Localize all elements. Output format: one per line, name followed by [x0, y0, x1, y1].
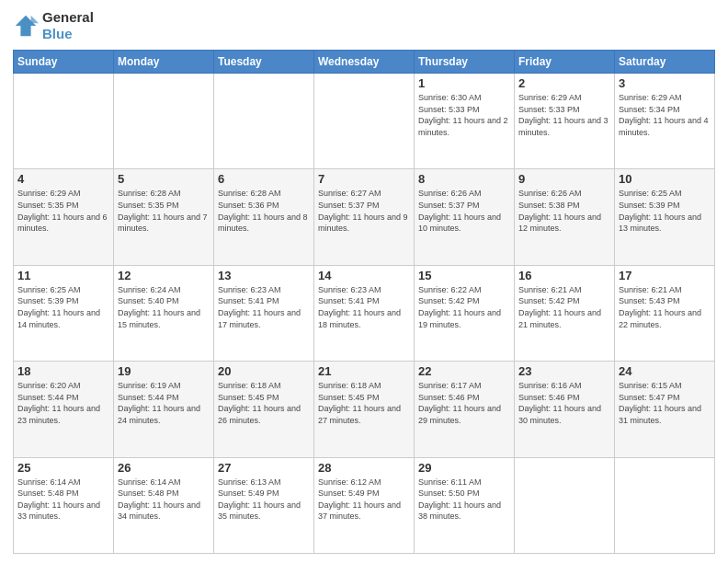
calendar-cell: 18Sunrise: 6:20 AM Sunset: 5:44 PM Dayli…: [14, 362, 114, 457]
day-info: Sunrise: 6:29 AM Sunset: 5:33 PM Dayligh…: [518, 92, 610, 138]
calendar-cell: 14Sunrise: 6:23 AM Sunset: 5:41 PM Dayli…: [314, 265, 415, 361]
day-number: 13: [218, 269, 310, 282]
day-number: 17: [619, 269, 711, 282]
day-number: 6: [218, 172, 310, 186]
calendar-cell: 13Sunrise: 6:23 AM Sunset: 5:41 PM Dayli…: [214, 265, 314, 361]
day-number: 21: [318, 364, 410, 378]
calendar-cell: 3Sunrise: 6:29 AM Sunset: 5:34 PM Daylig…: [615, 74, 715, 169]
day-number: 14: [318, 269, 410, 282]
calendar-cell: 7Sunrise: 6:27 AM Sunset: 5:37 PM Daylig…: [314, 169, 415, 265]
calendar-table: SundayMondayTuesdayWednesdayThursdayFrid…: [13, 50, 715, 554]
day-info: Sunrise: 6:18 AM Sunset: 5:45 PM Dayligh…: [318, 380, 410, 426]
calendar-cell: [314, 74, 415, 169]
calendar-cell: [114, 74, 214, 169]
calendar-header-tuesday: Tuesday: [214, 51, 314, 74]
day-number: 20: [218, 364, 310, 378]
calendar-week-row: 25Sunrise: 6:14 AM Sunset: 5:48 PM Dayli…: [14, 457, 715, 553]
day-number: 16: [518, 269, 610, 282]
day-info: Sunrise: 6:20 AM Sunset: 5:44 PM Dayligh…: [17, 380, 109, 426]
day-info: Sunrise: 6:26 AM Sunset: 5:37 PM Dayligh…: [418, 188, 510, 234]
day-number: 8: [418, 172, 510, 186]
day-number: 18: [17, 364, 109, 378]
day-number: 15: [418, 269, 510, 282]
calendar-cell: 1Sunrise: 6:30 AM Sunset: 5:33 PM Daylig…: [415, 74, 515, 169]
day-number: 11: [17, 269, 109, 282]
day-info: Sunrise: 6:24 AM Sunset: 5:40 PM Dayligh…: [118, 284, 210, 330]
day-info: Sunrise: 6:26 AM Sunset: 5:38 PM Dayligh…: [518, 188, 610, 234]
calendar-cell: 17Sunrise: 6:21 AM Sunset: 5:43 PM Dayli…: [615, 265, 715, 361]
day-number: 10: [619, 172, 711, 186]
day-info: Sunrise: 6:29 AM Sunset: 5:35 PM Dayligh…: [17, 188, 109, 234]
day-info: Sunrise: 6:29 AM Sunset: 5:34 PM Dayligh…: [619, 92, 711, 138]
day-info: Sunrise: 6:25 AM Sunset: 5:39 PM Dayligh…: [619, 188, 711, 234]
svg-marker-1: [31, 16, 39, 23]
day-info: Sunrise: 6:21 AM Sunset: 5:42 PM Dayligh…: [518, 284, 610, 330]
calendar-cell: 24Sunrise: 6:15 AM Sunset: 5:47 PM Dayli…: [615, 362, 715, 457]
calendar-cell: 8Sunrise: 6:26 AM Sunset: 5:37 PM Daylig…: [415, 169, 515, 265]
day-number: 22: [418, 364, 510, 378]
day-info: Sunrise: 6:27 AM Sunset: 5:37 PM Dayligh…: [318, 188, 410, 234]
calendar-header-thursday: Thursday: [415, 51, 515, 74]
day-number: 1: [418, 76, 510, 90]
calendar-week-row: 4Sunrise: 6:29 AM Sunset: 5:35 PM Daylig…: [14, 169, 715, 265]
day-info: Sunrise: 6:23 AM Sunset: 5:41 PM Dayligh…: [218, 284, 310, 330]
calendar-cell: 20Sunrise: 6:18 AM Sunset: 5:45 PM Dayli…: [214, 362, 314, 457]
day-info: Sunrise: 6:18 AM Sunset: 5:45 PM Dayligh…: [218, 380, 310, 426]
day-info: Sunrise: 6:12 AM Sunset: 5:49 PM Dayligh…: [318, 477, 410, 523]
calendar-cell: [515, 457, 615, 553]
day-number: 7: [318, 172, 410, 186]
page: General Blue SundayMondayTuesdayWednesda…: [0, 0, 728, 563]
calendar-week-row: 1Sunrise: 6:30 AM Sunset: 5:33 PM Daylig…: [14, 74, 715, 169]
day-info: Sunrise: 6:16 AM Sunset: 5:46 PM Dayligh…: [518, 380, 610, 426]
day-number: 4: [17, 172, 109, 186]
calendar-cell: 25Sunrise: 6:14 AM Sunset: 5:48 PM Dayli…: [14, 457, 114, 553]
calendar-header-row: SundayMondayTuesdayWednesdayThursdayFrid…: [14, 51, 715, 74]
day-info: Sunrise: 6:14 AM Sunset: 5:48 PM Dayligh…: [118, 477, 210, 523]
calendar-header-wednesday: Wednesday: [314, 51, 415, 74]
day-number: 2: [518, 76, 610, 90]
day-info: Sunrise: 6:21 AM Sunset: 5:43 PM Dayligh…: [619, 284, 711, 330]
calendar-cell: 4Sunrise: 6:29 AM Sunset: 5:35 PM Daylig…: [14, 169, 114, 265]
day-info: Sunrise: 6:11 AM Sunset: 5:50 PM Dayligh…: [418, 477, 510, 523]
logo-text: General Blue: [42, 9, 94, 42]
day-number: 28: [318, 461, 410, 475]
calendar-cell: 11Sunrise: 6:25 AM Sunset: 5:39 PM Dayli…: [14, 265, 114, 361]
calendar-cell: 26Sunrise: 6:14 AM Sunset: 5:48 PM Dayli…: [114, 457, 214, 553]
day-info: Sunrise: 6:19 AM Sunset: 5:44 PM Dayligh…: [118, 380, 210, 426]
calendar-cell: 22Sunrise: 6:17 AM Sunset: 5:46 PM Dayli…: [415, 362, 515, 457]
calendar-header-saturday: Saturday: [615, 51, 715, 74]
day-number: 9: [518, 172, 610, 186]
day-info: Sunrise: 6:15 AM Sunset: 5:47 PM Dayligh…: [619, 380, 711, 426]
calendar-cell: 16Sunrise: 6:21 AM Sunset: 5:42 PM Dayli…: [515, 265, 615, 361]
day-info: Sunrise: 6:28 AM Sunset: 5:36 PM Dayligh…: [218, 188, 310, 234]
day-number: 23: [518, 364, 610, 378]
calendar-cell: 15Sunrise: 6:22 AM Sunset: 5:42 PM Dayli…: [415, 265, 515, 361]
calendar-week-row: 11Sunrise: 6:25 AM Sunset: 5:39 PM Dayli…: [14, 265, 715, 361]
calendar-cell: 5Sunrise: 6:28 AM Sunset: 5:35 PM Daylig…: [114, 169, 214, 265]
calendar-cell: 28Sunrise: 6:12 AM Sunset: 5:49 PM Dayli…: [314, 457, 415, 553]
day-info: Sunrise: 6:14 AM Sunset: 5:48 PM Dayligh…: [17, 477, 109, 523]
day-info: Sunrise: 6:25 AM Sunset: 5:39 PM Dayligh…: [17, 284, 109, 330]
day-number: 29: [418, 461, 510, 475]
calendar-cell: 23Sunrise: 6:16 AM Sunset: 5:46 PM Dayli…: [515, 362, 615, 457]
calendar-cell: 19Sunrise: 6:19 AM Sunset: 5:44 PM Dayli…: [114, 362, 214, 457]
day-number: 19: [118, 364, 210, 378]
calendar-cell: 21Sunrise: 6:18 AM Sunset: 5:45 PM Dayli…: [314, 362, 415, 457]
calendar-cell: 27Sunrise: 6:13 AM Sunset: 5:49 PM Dayli…: [214, 457, 314, 553]
calendar-cell: 29Sunrise: 6:11 AM Sunset: 5:50 PM Dayli…: [415, 457, 515, 553]
day-info: Sunrise: 6:30 AM Sunset: 5:33 PM Dayligh…: [418, 92, 510, 138]
day-number: 26: [118, 461, 210, 475]
day-number: 5: [118, 172, 210, 186]
calendar-cell: 2Sunrise: 6:29 AM Sunset: 5:33 PM Daylig…: [515, 74, 615, 169]
calendar-header-monday: Monday: [114, 51, 214, 74]
calendar-cell: [615, 457, 715, 553]
calendar-cell: 10Sunrise: 6:25 AM Sunset: 5:39 PM Dayli…: [615, 169, 715, 265]
day-info: Sunrise: 6:28 AM Sunset: 5:35 PM Dayligh…: [118, 188, 210, 234]
calendar-week-row: 18Sunrise: 6:20 AM Sunset: 5:44 PM Dayli…: [14, 362, 715, 457]
calendar-cell: 12Sunrise: 6:24 AM Sunset: 5:40 PM Dayli…: [114, 265, 214, 361]
day-info: Sunrise: 6:13 AM Sunset: 5:49 PM Dayligh…: [218, 477, 310, 523]
logo-icon: [13, 13, 39, 39]
day-info: Sunrise: 6:17 AM Sunset: 5:46 PM Dayligh…: [418, 380, 510, 426]
day-info: Sunrise: 6:22 AM Sunset: 5:42 PM Dayligh…: [418, 284, 510, 330]
logo: General Blue: [13, 9, 94, 42]
